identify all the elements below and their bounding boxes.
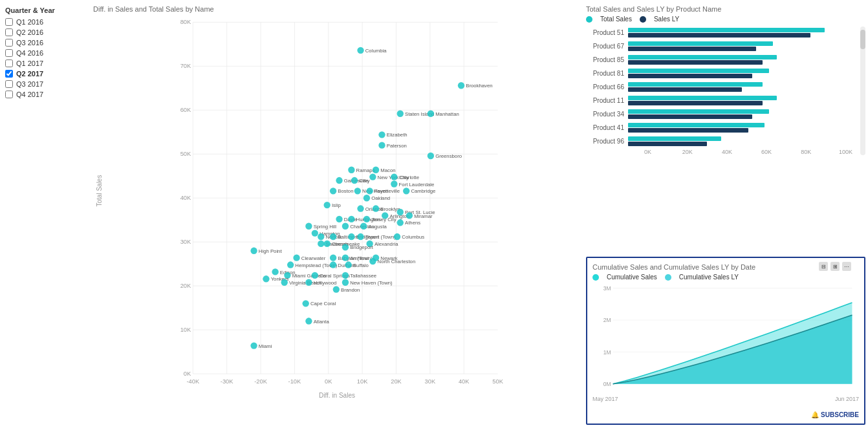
svg-text:30K: 30K [180,239,191,245]
cum-x-label-1: May 2017 [592,396,618,402]
svg-text:40K: 40K [180,195,191,201]
svg-point-147 [263,275,269,282]
filter-item[interactable]: Q1 2017 [5,59,66,67]
sales-ly-bar [628,101,763,105]
svg-point-103 [318,233,324,240]
svg-point-113 [318,241,324,247]
filter-label: Q1 2016 [16,18,43,26]
cumulative-icon-3[interactable]: ⋯ [842,262,851,271]
svg-text:50K: 50K [492,378,503,385]
cum-sales-label: Cumulative Sales [607,274,657,281]
svg-point-109 [357,233,363,240]
bar-scrollbar[interactable] [860,27,865,155]
svg-text:Ramapo: Ramapo [356,167,375,173]
svg-text:1M: 1M [603,349,611,356]
cum-x-label-2: Jun 2017 [835,396,859,402]
filter-item[interactable]: Q1 2016 [5,18,66,26]
svg-text:Greensboro: Greensboro [435,153,462,159]
filter-panel: Quarter & Year Q1 2016Q2 2016Q3 2016Q4 2… [0,0,71,430]
filter-checkbox[interactable] [5,91,13,98]
svg-text:North Charleston: North Charleston [378,259,416,264]
svg-point-127 [342,254,349,261]
filter-checkbox[interactable] [5,70,13,78]
bar-group [628,55,865,65]
svg-point-41 [397,111,404,117]
svg-text:-40K: -40K [186,378,199,385]
bar-legend: Total Sales Sales LY [586,16,865,23]
svg-point-115 [323,241,330,247]
cumulative-icon-2[interactable]: ⊞ [830,262,840,271]
svg-point-137 [345,261,351,268]
filter-item[interactable]: Q3 2017 [5,80,66,88]
subscribe-button[interactable]: 🔔 SUBSCRIBE [811,411,859,418]
bar-x-tick: 40K [707,149,746,155]
svg-point-133 [287,261,294,268]
svg-point-135 [330,261,336,268]
svg-point-91 [363,216,370,222]
svg-text:New Haven (Town): New Haven (Town) [350,280,393,286]
svg-text:20K: 20K [391,378,402,385]
filter-checkbox[interactable] [5,39,13,47]
bar-group [628,28,865,38]
total-sales-bar [628,28,825,32]
svg-text:High Point: High Point [259,248,283,254]
svg-point-99 [360,223,367,230]
svg-text:Bridgeport: Bridgeport [350,244,374,250]
svg-text:Amherst: Amherst [350,255,369,261]
svg-text:60K: 60K [180,107,191,113]
filter-checkbox[interactable] [5,28,13,36]
cum-x-axis: May 2017 Jun 2017 [592,396,859,402]
svg-text:Charlotte: Charlotte [399,175,419,180]
bar-product-label: Product 51 [586,29,628,36]
filter-item[interactable]: Q2 2016 [5,28,66,36]
filter-checkbox[interactable] [5,80,13,88]
bar-row: Product 66 [586,81,865,92]
sales-ly-bar [628,60,763,65]
cumulative-icon-1[interactable]: ⊟ [819,262,828,271]
svg-point-161 [250,342,257,349]
svg-text:Columbia: Columbia [365,48,387,54]
filter-item[interactable]: Q4 2017 [5,91,66,98]
svg-text:3M: 3M [603,285,611,292]
filter-checkbox[interactable] [5,18,13,26]
bar-scrollbar-thumb[interactable] [860,30,865,49]
svg-point-63 [391,180,397,187]
bar-row: Product 85 [586,54,865,65]
svg-point-69 [366,188,373,194]
scatter-title: Diff. in Sales and Total Sales by Name [93,5,581,13]
scatter-x-axis-label: Diff. in Sales [93,392,581,399]
svg-text:-10K: -10K [288,378,301,385]
svg-text:-30K: -30K [221,378,233,385]
bar-group [628,82,865,92]
svg-point-159 [305,317,312,324]
svg-point-45 [378,131,385,138]
bar-product-label: Product 34 [586,111,628,118]
filter-item[interactable]: Q2 2017 [5,70,66,78]
filter-items: Q1 2016Q2 2016Q3 2016Q4 2016Q1 2017Q2 20… [5,18,66,98]
bar-row: Product 96 [586,135,865,147]
bar-chart-section: Total Sales and Sales LY by Product Name… [586,5,865,252]
svg-text:40K: 40K [459,378,470,385]
bar-product-label: Product 11 [586,97,628,104]
svg-text:Alexandria: Alexandria [374,241,398,247]
sales-ly-bar [628,128,748,133]
filter-item[interactable]: Q3 2016 [5,39,66,47]
bar-product-label: Product 96 [586,138,628,145]
svg-text:80K: 80K [180,19,191,25]
svg-point-145 [342,272,349,279]
svg-text:Brandon: Brandon [341,287,360,293]
filter-label: Q4 2016 [16,49,43,57]
svg-point-49 [428,153,434,159]
svg-text:0K: 0K [184,371,191,377]
svg-point-39 [458,82,464,89]
svg-text:Boston: Boston [338,188,353,194]
svg-point-97 [342,223,349,230]
filter-item[interactable]: Q4 2016 [5,49,66,57]
total-sales-bar [628,123,765,127]
svg-point-101 [312,230,318,236]
filter-checkbox[interactable] [5,59,13,67]
filter-checkbox[interactable] [5,49,13,57]
cumulative-svg: 3M2M1M0M [592,285,859,394]
svg-text:Paterson: Paterson [387,143,407,149]
cumulative-chart-area: 3M2M1M0M [592,285,859,394]
